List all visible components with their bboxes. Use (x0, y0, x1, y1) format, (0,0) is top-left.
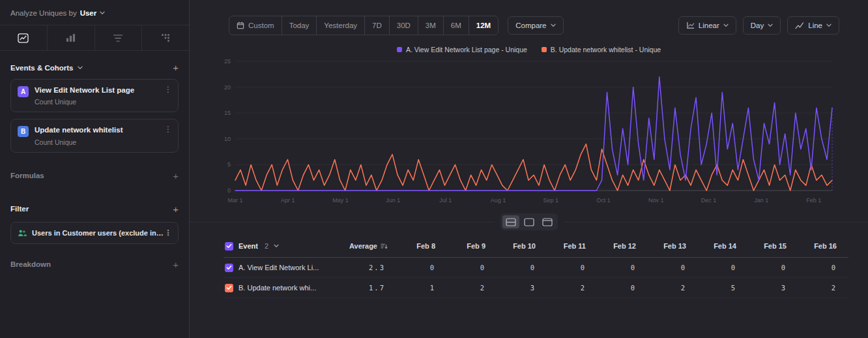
tab-funnels[interactable] (48, 25, 95, 50)
row-date-value: 2 (643, 284, 693, 292)
svg-text:10: 10 (224, 136, 231, 142)
range-yesterday[interactable]: Yesterday (317, 16, 365, 35)
analyze-uniques-row[interactable]: Analyze Uniques by User (0, 0, 189, 25)
row-checkbox[interactable] (225, 264, 233, 272)
formulas-header: Formulas + (0, 159, 189, 187)
event-badge-b: B (18, 126, 29, 137)
add-formula-button[interactable]: + (173, 171, 179, 181)
layout-chart-view-button[interactable] (521, 215, 538, 228)
range-label: Today (289, 22, 310, 29)
row-date-value: 0 (492, 264, 542, 271)
range-7d[interactable]: 7D (365, 16, 390, 35)
range-12m[interactable]: 12M (469, 16, 498, 35)
row-date-value: 0 (793, 264, 843, 271)
chart-type-label: Line (808, 22, 822, 29)
row-date-value: 0 (693, 264, 743, 271)
add-filter-button[interactable]: + (173, 204, 179, 214)
range-6m[interactable]: 6M (444, 16, 469, 35)
table-header-date[interactable]: Feb 8 (392, 242, 442, 250)
formulas-title: Formulas (10, 172, 44, 179)
line-chart[interactable]: 0510152025Mar 1Apr 1May 1Jun 1Jul 1Aug 1… (216, 56, 861, 211)
row-date-value: 2 (542, 284, 592, 292)
legend-item-a[interactable]: A. View Edit Network List page - Unique (397, 46, 527, 54)
tab-flows[interactable] (95, 25, 143, 50)
row-event-label[interactable]: B. Update network whi... (239, 284, 316, 292)
date-range-selector: CustomTodayYesterday7D30D3M6M12M (229, 16, 499, 35)
table-header-date[interactable]: Feb 12 (592, 242, 643, 250)
range-3m[interactable]: 3M (418, 16, 444, 35)
chart-type-dropdown[interactable]: Line (787, 16, 839, 35)
row-event-label[interactable]: A. View Edit Network Li... (239, 264, 319, 271)
range-30d[interactable]: 30D (390, 16, 418, 35)
range-today[interactable]: Today (282, 16, 317, 35)
svg-text:25: 25 (224, 58, 231, 65)
kebab-menu-icon[interactable]: ⋮ (164, 85, 172, 94)
tab-insights[interactable] (0, 25, 48, 50)
legend-label: A. View Edit Network List page - Unique (406, 46, 527, 54)
range-label: Yesterday (324, 22, 357, 29)
row-date-value: 0 (643, 264, 693, 271)
layout-table-view-button[interactable] (539, 215, 556, 228)
table-header-date[interactable]: Feb 9 (442, 242, 492, 250)
insights-report-app: Analyze Uniques by User Events & Cohorts… (0, 0, 868, 338)
compare-button[interactable]: Compare (508, 16, 563, 35)
add-event-button[interactable]: + (173, 63, 179, 72)
row-date-value: 0 (743, 264, 793, 271)
table-header-average[interactable]: Average (341, 242, 392, 250)
row-date-value: 5 (693, 284, 743, 292)
granularity-dropdown[interactable]: Day (743, 16, 781, 35)
table-header-date[interactable]: Feb 15 (743, 242, 793, 250)
svg-text:Aug 1: Aug 1 (491, 197, 506, 204)
tab-retention[interactable] (142, 25, 189, 50)
svg-text:Oct 1: Oct 1 (596, 197, 611, 204)
event-measurement[interactable]: Count Unique (35, 98, 143, 106)
chart-table-divider (190, 213, 868, 232)
range-custom[interactable]: Custom (229, 16, 282, 35)
legend-swatch-a (397, 47, 402, 52)
row-checkbox[interactable] (225, 284, 233, 292)
table-header-event[interactable]: Event2 (224, 235, 341, 257)
row-event-cell: A. View Edit Network Li... (224, 258, 341, 277)
line-chart-svg[interactable]: 0510152025Mar 1Apr 1May 1Jun 1Jul 1Aug 1… (216, 56, 836, 209)
table-header-date[interactable]: Feb 10 (492, 242, 542, 250)
chevron-down-icon[interactable] (78, 66, 83, 70)
analyze-value[interactable]: User (80, 9, 97, 17)
event-card-a[interactable]: A View Edit Network List page Count Uniq… (10, 79, 179, 112)
chevron-down-icon (274, 244, 279, 248)
table-row[interactable]: A. View Edit Network Li...2.3000000000 (224, 258, 848, 278)
event-name[interactable]: Update network whitelist (35, 125, 132, 134)
svg-text:20: 20 (224, 84, 231, 91)
events-cohorts-header: Events & Cohorts + (0, 51, 189, 79)
legend-item-b[interactable]: B. Update network whitelist - Unique (542, 46, 661, 54)
table-header-date[interactable]: Feb 16 (793, 242, 843, 250)
event-card-b[interactable]: B Update network whitelist Count Unique … (10, 119, 179, 152)
kebab-menu-icon[interactable]: ⋮ (164, 228, 172, 238)
row-date-value: 0 (542, 264, 592, 271)
layout-split-view-button[interactable] (502, 215, 519, 228)
add-breakdown-button[interactable]: + (173, 260, 179, 269)
sort-icon[interactable] (381, 243, 388, 250)
select-all-checkbox[interactable] (225, 242, 233, 251)
filter-label[interactable]: Users in Customer users (exclude intern.… (32, 229, 171, 237)
event-name[interactable]: View Edit Network List page (35, 85, 143, 95)
range-label: 3M (426, 22, 436, 29)
svg-text:0: 0 (227, 187, 231, 194)
svg-text:Jan 1: Jan 1 (754, 197, 768, 204)
row-date-value: 3 (743, 284, 793, 292)
table-header-date[interactable]: Feb 11 (542, 242, 592, 250)
svg-text:5: 5 (227, 161, 231, 168)
table-header-date[interactable]: Feb 14 (693, 242, 743, 250)
row-date-value: 2 (793, 284, 843, 292)
row-date-value: 0 (592, 264, 643, 271)
table-header-date[interactable]: Feb 13 (643, 242, 693, 250)
event-measurement[interactable]: Count Unique (35, 138, 132, 146)
filter-card[interactable]: Users in Customer users (exclude intern.… (10, 222, 179, 244)
kebab-menu-icon[interactable]: ⋮ (164, 125, 172, 134)
average-header-label: Average (349, 242, 377, 250)
row-date-value: 1 (392, 284, 442, 292)
layout-toggle (495, 213, 564, 230)
events-cohorts-title: Events & Cohorts (10, 64, 74, 72)
chevron-down-icon (100, 11, 105, 15)
scale-dropdown[interactable]: Linear (678, 16, 736, 35)
table-row[interactable]: B. Update network whi...1.7123202532 (224, 278, 848, 298)
